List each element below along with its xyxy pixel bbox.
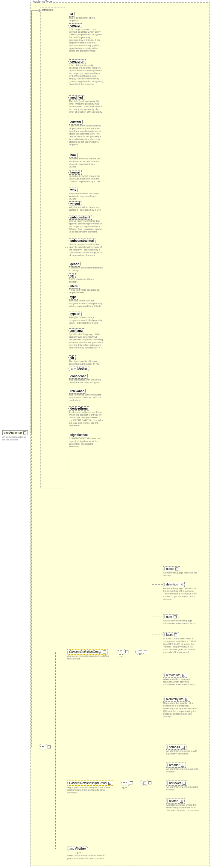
element-label: name — [166, 567, 174, 570]
attribute-any: any ##other — [69, 366, 90, 371]
connector — [152, 584, 163, 585]
connector — [31, 10, 32, 433]
attribute-desc: The date (and, optionally, the time) whe… — [69, 100, 103, 114]
collapse-toggle-icon[interactable]: – — [126, 650, 129, 653]
element-facet[interactable]: facet + — [163, 632, 179, 637]
connector — [152, 783, 155, 783]
attribute-literal: literal — [69, 284, 80, 288]
attribute-desc: The relevance of the metadata to the new… — [69, 394, 103, 402]
collapse-toggle-icon[interactable]: – — [47, 745, 50, 748]
root-element[interactable]: exclAudience – — [2, 430, 28, 435]
element-note[interactable]: note + — [163, 614, 178, 619]
diagram-canvas: AudienceType exclAudience – An excluded … — [0, 0, 211, 868]
expand-toggle-icon[interactable]: + — [181, 764, 184, 767]
element-definition[interactable]: definition + — [163, 582, 185, 587]
collapse-toggle-icon[interactable]: – — [148, 781, 151, 784]
any-label: any — [69, 847, 74, 850]
expand-toggle-icon[interactable]: + — [183, 782, 185, 785]
element-desc: In NAR 1.8 and later, facet is deprecate… — [163, 638, 199, 654]
element-label: facet — [166, 633, 173, 637]
element-remoteinfo[interactable]: remoteInfo + — [163, 673, 187, 678]
element-desc: A link to an item or a web resource whic… — [163, 678, 199, 686]
connector — [31, 433, 32, 747]
group-desc: A group of properites required to indica… — [67, 786, 112, 794]
expand-toggle-icon[interactable]: + — [182, 746, 185, 749]
any-ns: ##other — [77, 367, 87, 370]
connector — [152, 634, 163, 635]
attribute-id: id — [69, 12, 74, 17]
rel-backbone — [155, 746, 155, 827]
element-desc: A natural language name for the concept. — [163, 572, 199, 577]
connector — [109, 652, 117, 652]
element-narrower[interactable]: narrower + — [166, 780, 187, 785]
attributes-container: – attributes — [40, 7, 65, 488]
occurs: 0..∞ — [77, 851, 81, 854]
connector — [31, 747, 39, 747]
attribute-pubconstrainturi: pubconstrainturi — [69, 239, 96, 243]
collapse-toggle-icon[interactable]: – — [108, 782, 111, 785]
element-label: related — [169, 799, 178, 803]
expand-toggle-icon[interactable]: + — [174, 633, 177, 637]
attribute-relevance: relevance — [69, 389, 85, 394]
attribute-significance: significance — [69, 433, 89, 437]
collapse-toggle-icon[interactable]: – — [103, 650, 106, 653]
attribute-desc: If the property value is not defined, sp… — [69, 28, 103, 53]
attribute-desc: Specifies the language of this property … — [69, 333, 103, 349]
connector — [56, 849, 67, 849]
root-element-desc: An excluded audience for the content. — [2, 436, 29, 441]
element-name[interactable]: name + — [163, 566, 180, 571]
collapse-toggle-icon[interactable]: – — [130, 781, 133, 784]
choice-compositor: – — [140, 780, 149, 786]
sequence-compositor: – — [121, 780, 130, 786]
expand-toggle-icon[interactable]: + — [182, 674, 185, 677]
attribute-desc: The type of the concept assigned as cont… — [69, 316, 103, 324]
group-label: ConceptDefinitionGroup — [69, 650, 101, 653]
expand-toggle-icon[interactable]: + — [175, 567, 178, 570]
sequence-compositor: – — [117, 649, 126, 655]
collapse-toggle-icon[interactable]: – — [144, 650, 147, 653]
type-region-label: AudienceType — [32, 0, 52, 3]
element-label: note — [166, 615, 172, 618]
element-label: sameAs — [169, 745, 180, 749]
attribute-uri: uri — [69, 273, 76, 278]
choice-compositor: – — [135, 649, 144, 655]
attribute-howuri: howuri — [69, 170, 82, 175]
connector — [51, 747, 56, 747]
expand-toggle-icon[interactable]: + — [185, 698, 188, 701]
element-related[interactable]: related + — [166, 799, 185, 804]
attribute-desc: If set to true the corresponding propert… — [69, 125, 103, 146]
element-label: definition — [166, 583, 178, 586]
connector — [152, 675, 163, 675]
connector — [152, 617, 163, 617]
connector — [155, 765, 166, 765]
attribute-type: type — [69, 295, 78, 299]
expand-toggle-icon[interactable]: + — [180, 800, 183, 803]
attribute-derivedfrom: derivedfrom — [69, 406, 89, 411]
connector — [147, 652, 152, 652]
group-conceptdefinition[interactable]: ConceptDefinitionGroup – — [67, 649, 108, 654]
any-ns: ##other — [75, 847, 86, 850]
sequence-compositor: – — [39, 744, 48, 750]
attribute-desc: A qualified code which identifies a conc… — [69, 267, 103, 272]
attribute-xml-lang: xml:lang — [69, 329, 84, 333]
attribute-qcode: qcode — [69, 262, 80, 266]
element-label: narrower — [169, 781, 181, 785]
group-conceptrelationships[interactable]: ConceptRelationshipsGroup – — [67, 780, 113, 785]
connector — [129, 652, 135, 652]
attribute-dir: dir — [69, 355, 76, 360]
element-broader[interactable]: broader + — [166, 763, 186, 768]
attribute-desc: A URI which identifies a concept. — [69, 278, 103, 283]
attribute-whyuri: whyuri — [69, 202, 81, 206]
expand-toggle-icon[interactable]: + — [180, 583, 183, 586]
attribute-desc: Indicates by which means the value was e… — [69, 175, 103, 183]
attribute-why: why — [69, 188, 77, 192]
expand-toggle-icon[interactable]: + — [174, 615, 177, 618]
connector — [26, 433, 31, 433]
element-desc: Additional natural language information … — [163, 620, 199, 625]
element-hierarchyinfo[interactable]: hierarchyInfo + — [163, 696, 190, 702]
element-desc: Represents the position of a concept in … — [163, 702, 199, 718]
attribute-desc: The directionality of textual content (e… — [69, 360, 103, 366]
collapse-toggle-icon[interactable]: – — [23, 431, 26, 434]
element-sameas[interactable]: sameAs + — [166, 745, 186, 750]
any-desc: Extension point for provider-defined pro… — [67, 855, 109, 860]
